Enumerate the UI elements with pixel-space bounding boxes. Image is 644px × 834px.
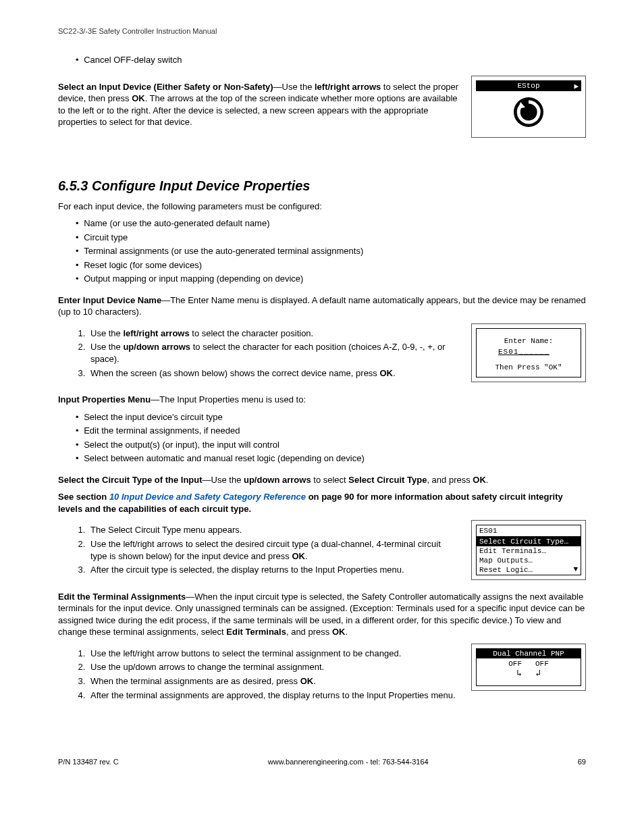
list-item: Select between automatic and manual rese… <box>84 452 586 465</box>
list-item: Select the output(s) (or input), the inp… <box>84 439 586 451</box>
cross-ref-link[interactable]: 10 Input Device and Safety Category Refe… <box>109 492 306 502</box>
list-item: After the terminal assignments are appro… <box>88 689 459 702</box>
contact-symbol-icon: ↲ <box>535 668 541 679</box>
footer-left: P/N 133487 rev. C <box>58 758 119 766</box>
running-header: SC22-3/-3E Safety Controller Instruction… <box>58 27 586 35</box>
lcd-menu-selected: Select Circuit Type… <box>477 537 581 546</box>
lcd-dual-figure: Dual Channel PNP OFF OFF ↳ ↲ <box>471 644 586 691</box>
list-item: After the circuit type is selected, the … <box>88 564 459 576</box>
paragraph-enter-name: Enter Input Device Name—The Enter Name m… <box>58 294 586 318</box>
lcd-menu-title: ES01 <box>477 525 581 537</box>
paragraph-select-circuit: Select the Circuit Type of the Input—Use… <box>58 474 586 486</box>
lcd-menu-item: Reset Logic… <box>477 565 581 575</box>
lcd-entername-figure: Enter Name: ES01______ Then Press "OK" <box>471 323 586 383</box>
list-item: Name (or use the auto-generated default … <box>84 217 586 230</box>
right-arrow-icon: ▶ <box>574 82 579 90</box>
list-item: Reset logic (for some devices) <box>84 259 586 271</box>
list-item: Use the left/right arrows to select the … <box>88 538 459 562</box>
lcd-estop-label: EStop <box>517 82 539 90</box>
list-item: Output mapping or input mapping (dependi… <box>84 273 586 285</box>
down-arrow-icon: ▼ <box>573 565 578 573</box>
list-item: Use the up/down arrows to change the ter… <box>88 661 459 673</box>
list-item: The Select Circuit Type menu appears. <box>88 524 459 536</box>
list-item: When the screen (as shown below) shows t… <box>88 367 459 380</box>
lcd-dual-header: Dual Channel PNP <box>477 649 581 658</box>
lcd-off-label: OFF <box>508 660 522 668</box>
lcd-line: Then Press "OK" <box>477 362 581 373</box>
cycle-icon <box>512 95 545 129</box>
paragraph-input-props: Input Properties Menu—The Input Properti… <box>58 394 586 406</box>
list-item: Select the input device's circuit type <box>84 411 586 423</box>
lcd-value: ES01______ <box>498 346 559 358</box>
lcd-off-label: OFF <box>535 660 549 668</box>
footer-center: www.bannerengineering.com - tel: 763-544… <box>268 758 429 766</box>
lcd-line: Enter Name: <box>477 336 581 347</box>
list-item: Circuit type <box>84 232 586 244</box>
footer-page-number: 69 <box>578 758 586 766</box>
section-heading: 6.5.3 Configure Input Device Properties <box>58 178 586 194</box>
list-item: Cancel OFF-delay switch <box>84 54 586 66</box>
lcd-estop-figure: EStop ▶ <box>471 76 586 138</box>
paragraph: For each input device, the following par… <box>58 201 586 213</box>
list-item: Use the left/right arrow buttons to sele… <box>88 648 459 660</box>
lcd-menu-figure: ES01 Select Circuit Type… Edit Terminals… <box>471 520 586 580</box>
lcd-menu-item: Edit Terminals… <box>477 546 581 556</box>
paragraph-select-device: Select an Input Device (Either Safety or… <box>58 81 459 128</box>
lcd-menu-item: Map Outputs… <box>477 556 581 565</box>
list-item: Edit the terminal assignments, if needed <box>84 425 586 437</box>
list-item: Use the up/down arrows to select the cha… <box>88 341 459 365</box>
list-item: When the terminal assignments are as des… <box>88 675 459 687</box>
list-item: Use the left/right arrows to select the … <box>88 328 459 340</box>
list-item: Terminal assignments (or use the auto-ge… <box>84 245 586 257</box>
paragraph-see-section: See section 10 Input Device and Safety C… <box>58 491 586 515</box>
contact-symbol-icon: ↳ <box>516 668 522 679</box>
paragraph-edit-terminals: Edit the Terminal Assignments—When the i… <box>58 591 586 638</box>
